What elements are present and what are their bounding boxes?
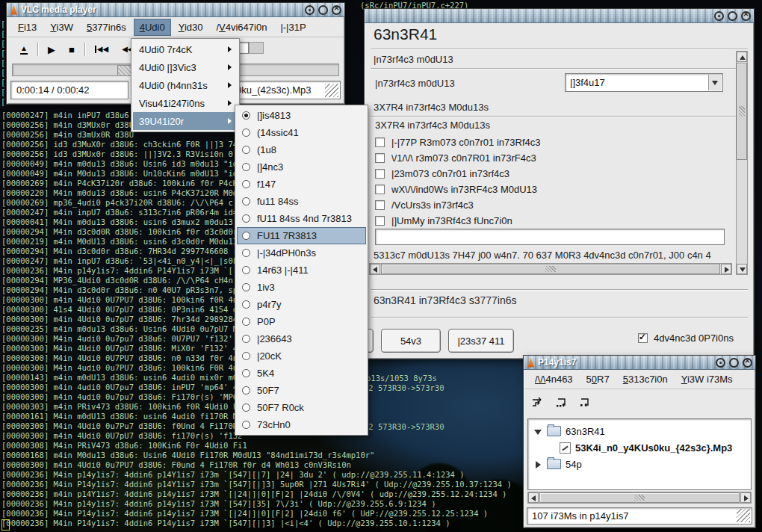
radio-icon	[242, 335, 250, 343]
playlist-window: P14y1is7 /\/\4n463 50R7 5313c7i0n Yi3W i…	[523, 355, 756, 528]
folder-icon	[547, 426, 561, 436]
preferences-titlebar[interactable]	[365, 9, 754, 23]
checkbox-row[interactable]: \/1/\/\ r3m073 c0n7R01 in73rF4c3	[375, 150, 540, 166]
equalizer-menu-item[interactable]: fU11 84ss 4nd 7r3813	[237, 210, 366, 227]
audio-menu-item[interactable]: 39U41i20r	[133, 112, 238, 130]
maximize-button[interactable]	[729, 358, 739, 368]
equalizer-item-label: P0P	[257, 316, 276, 327]
playlist-menubar: /\/\4n463 50R7 5313c7i0n Yi3W i73Ms	[524, 370, 755, 389]
menubar-item[interactable]: Yid30	[173, 19, 209, 36]
radio-icon	[242, 129, 250, 137]
divider	[371, 317, 748, 318]
equalizer-menu-item[interactable]: (14ssic41	[237, 124, 366, 141]
checkbox-row[interactable]: |]UmMy in73Rf4c3 fUnc7i0n	[375, 213, 540, 229]
equalizer-item-label: (1u8	[257, 144, 276, 155]
checkbox-icon[interactable]	[375, 216, 385, 226]
equalizer-menu-item[interactable]: |236643	[237, 330, 366, 347]
close-button[interactable]	[332, 5, 341, 15]
previous-track-icon[interactable]: ◀◀	[95, 46, 108, 53]
resize-grip-icon[interactable]	[325, 84, 338, 97]
extra-modules-input[interactable]	[375, 229, 725, 245]
equalizer-menu-item[interactable]: P0P	[237, 313, 366, 330]
minimize-button[interactable]	[716, 358, 725, 368]
vlc-titlebar[interactable]: VLC media player	[7, 3, 344, 17]
checkbox-row[interactable]: /VcUrs3s in73rf4c3	[375, 197, 540, 213]
horizontal-scrollbar[interactable]	[369, 263, 732, 275]
checkbox-label: |]UmMy in73Rf4c3 fUnc7i0n	[391, 215, 512, 226]
menu-item-label: 39U41i20r	[139, 116, 184, 127]
menubar-item[interactable]: Fi13	[12, 19, 43, 36]
reset-all-button[interactable]: |23s37 411	[448, 329, 514, 353]
checkbox-row[interactable]: |-|77P R3m073 c0n7r01 in73Rf4c3	[375, 134, 540, 150]
shuffle-icon[interactable]	[528, 393, 548, 412]
submenu-arrow-icon	[228, 118, 232, 124]
audio-menu-item[interactable]: Visu41i247i0ns	[133, 94, 238, 112]
equalizer-menu-item[interactable]: 50F7 R0ck	[237, 399, 366, 416]
repeat-one-icon[interactable]	[574, 393, 594, 412]
checkbox-row[interactable]: wX\/\/ind0Ws in73RF4c3 M0dU13	[375, 182, 540, 197]
loop-all-icon[interactable]	[551, 393, 571, 412]
equalizer-menu-item[interactable]: (1u8	[237, 141, 366, 158]
minimize-button[interactable]	[305, 5, 315, 15]
equalizer-menu-item[interactable]: |]4nc3	[237, 158, 366, 176]
menubar-item[interactable]: Yi3W	[44, 19, 79, 36]
equalizer-menu-item[interactable]: |20cK	[237, 347, 366, 365]
checkbox-checked-icon[interactable]	[638, 333, 648, 343]
audio-menu-item[interactable]: 4Udi0 7r4cK	[133, 40, 238, 58]
close-button[interactable]	[741, 11, 751, 21]
equalizer-menu-item[interactable]: p4r7y	[237, 296, 366, 313]
horizontal-scrollbar[interactable]	[527, 492, 752, 504]
checkbox-icon[interactable]	[375, 200, 385, 210]
maximize-button[interactable]	[728, 11, 737, 21]
equalizer-menu-item[interactable]: |-|34dPH0n3s	[237, 244, 366, 262]
resize-grip-icon[interactable]	[737, 509, 750, 522]
maximize-button[interactable]	[318, 5, 328, 15]
menubar-item[interactable]: |-|31P	[274, 19, 312, 36]
menubar-item[interactable]: /V4vi647i0n	[210, 19, 273, 36]
radio-icon	[242, 369, 250, 377]
menubar-item[interactable]: 50R7	[580, 371, 616, 388]
checkbox-icon[interactable]	[375, 153, 385, 163]
equalizer-menu-item[interactable]: fu11 84ss	[237, 193, 366, 210]
expander-closed-icon[interactable]	[534, 461, 541, 468]
checkbox-row[interactable]: |23m073 c0n7r01 in73rf4c3	[375, 166, 540, 182]
vertical-scrollbar[interactable]	[736, 51, 748, 275]
playlist-item-current[interactable]: 53K4i_n0_y4KUs0ku_{42s3c}.Mp3	[528, 439, 751, 456]
advanced-options-toggle[interactable]: 4dv4nc3d 0P7i0ns	[638, 332, 734, 344]
checkbox-icon[interactable]	[375, 169, 385, 179]
audio-menu-item[interactable]: 4Udi0 (h4nn31s	[133, 76, 238, 94]
equalizer-menu-item[interactable]: 1iv3	[237, 279, 366, 296]
equalizer-menu-item[interactable]: 5K4	[237, 365, 366, 382]
checkbox-icon[interactable]	[375, 137, 385, 147]
checkbox-label: |23m073 c0n7r01 in73rf4c3	[391, 168, 509, 179]
menubar-item[interactable]: /\/\4n463	[529, 371, 579, 388]
expander-open-icon[interactable]	[534, 428, 541, 435]
playlist-group-sap[interactable]: 54p	[528, 456, 751, 472]
audio-menu-item[interactable]: 4Udi0 |]3Vic3	[133, 58, 238, 76]
terminal-fragment-2: |2 573R30->573r30	[364, 383, 444, 393]
menubar-item[interactable]: 4Udi0	[134, 19, 171, 36]
stop-icon[interactable]: ■	[69, 45, 75, 55]
checkbox-icon[interactable]	[375, 185, 385, 194]
equalizer-menu-item[interactable]: 73cHn0	[237, 416, 366, 433]
menubar-item[interactable]: Yi3W i73Ms	[675, 371, 739, 388]
equalizer-menu-item[interactable]: 50F7	[237, 382, 366, 399]
menubar-item[interactable]: 5313c7i0n	[617, 371, 674, 388]
eject-icon[interactable]: ▲	[20, 45, 28, 55]
minimize-button[interactable]	[714, 11, 724, 21]
playlist-group-general[interactable]: 63n3R41	[528, 423, 751, 439]
close-button[interactable]	[743, 358, 752, 368]
chevron-down-icon[interactable]	[708, 75, 722, 90]
save-button[interactable]: 54v3	[381, 329, 441, 353]
interface-module-dropdown[interactable]: |]3f4u17	[565, 73, 723, 92]
interface-module-section-title: |n73rf4c3 m0dU13	[374, 54, 453, 65]
play-icon[interactable]: ▶	[48, 45, 55, 55]
equalizer-menu-item[interactable]: FU11 7R3813	[237, 227, 366, 244]
radio-icon	[242, 197, 250, 205]
volume-slider-fill[interactable]	[249, 42, 264, 54]
equalizer-menu-item[interactable]: 14r63 |-|411	[237, 262, 366, 279]
equalizer-menu-item[interactable]: f147	[237, 176, 366, 193]
equalizer-menu-item[interactable]: |]is4813	[237, 107, 366, 124]
menubar-item[interactable]: 5377in6s	[81, 19, 132, 36]
playlist-titlebar[interactable]: P14y1is7	[524, 356, 755, 370]
